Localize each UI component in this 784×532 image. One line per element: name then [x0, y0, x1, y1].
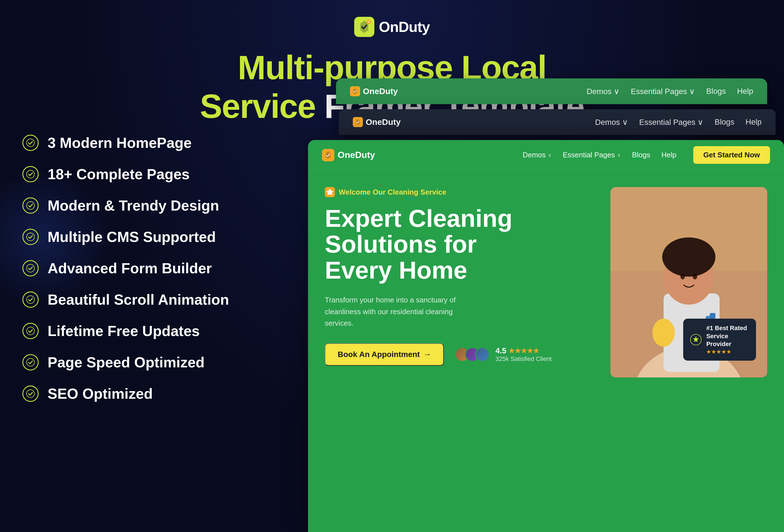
avatar-3: [475, 347, 490, 362]
check-circle-2: [22, 166, 39, 182]
rating-score: 4.5 ★★★★★: [495, 346, 552, 355]
browser-2-link-demos[interactable]: Demos ∨: [595, 118, 628, 127]
browser-2-logo-icon: [353, 117, 363, 127]
best-rated-icon: [690, 333, 702, 346]
best-rated-text: #1 Best Rated Service Provider ★★★★★: [706, 324, 749, 355]
check-circle-3: [22, 197, 39, 214]
browser-main-nav: OneDuty Demos ∨ Essential Pages ∨ Blogs …: [308, 140, 784, 170]
main-nav-essential[interactable]: Essential Pages ∨: [563, 151, 621, 159]
hero-badge-text: Welcome Our Cleaning Service: [339, 188, 446, 197]
check-icon-4: [26, 233, 35, 241]
hero-section: Welcome Our Cleaning Service Expert Clea…: [308, 170, 784, 377]
feature-text-4: Multiple CMS Supported: [48, 228, 216, 245]
browser-2-link-blogs[interactable]: Blogs: [715, 118, 734, 127]
check-icon-6: [26, 296, 35, 304]
main-nav-logo-text: OneDuty: [338, 150, 375, 160]
page-content: OnDuty Multi-purpose Local Service Frame…: [0, 0, 784, 532]
header: OnDuty: [0, 0, 784, 37]
check-circle-5: [22, 260, 39, 276]
browser-mockup-1: OneDuty Demos ∨ Essential Pages ∨ Blogs …: [336, 78, 767, 104]
check-circle-4: [22, 229, 39, 245]
browser-1-link-demos[interactable]: Demos ∨: [587, 87, 619, 96]
feature-text-6: Beautiful Scroll Animation: [48, 291, 229, 308]
svg-point-21: [680, 274, 685, 279]
check-icon-9: [26, 390, 35, 398]
browser-mockup-2: OneDuty Demos ∨ Essential Pages ∨ Blogs …: [339, 109, 776, 135]
feature-item-6: Beautiful Scroll Animation: [22, 291, 229, 308]
hero-description: Transform your home into a sanctuary of …: [325, 294, 476, 329]
check-circle-8: [22, 354, 39, 370]
check-circle-9: [22, 386, 39, 402]
check-icon-3: [26, 201, 35, 210]
browser-1-logo-icon: [350, 86, 360, 96]
check-icon-7: [26, 327, 35, 335]
browser-1-logo: OneDuty: [350, 86, 398, 96]
feature-text-3: Modern & Trendy Design: [48, 197, 219, 214]
browser-2-nav: OneDuty Demos ∨ Essential Pages ∨ Blogs …: [339, 109, 776, 135]
hero-title-line2: Solutions for: [325, 231, 594, 257]
avatar-group: [455, 347, 490, 362]
main-nav-help[interactable]: Help: [661, 151, 676, 159]
hero-cta-row: Book An Appointment → 4.5: [325, 343, 594, 366]
browser-1-link-essential[interactable]: Essential Pages ∨: [631, 87, 695, 96]
rating-info: 4.5 ★★★★★ 325k Satisfied Client: [495, 346, 552, 363]
hero-title-line3: Every Home: [325, 257, 594, 283]
check-circle-7: [22, 323, 39, 339]
feature-text-9: SEO Optimized: [48, 385, 153, 402]
book-appointment-button[interactable]: Book An Appointment →: [325, 343, 444, 366]
check-circle-1: [22, 135, 39, 151]
check-icon-2: [26, 170, 35, 178]
best-rated-line1: #1 Best Rated: [706, 324, 749, 332]
social-proof: 4.5 ★★★★★ 325k Satisfied Client: [455, 346, 552, 363]
browser-2-link-essential[interactable]: Essential Pages ∨: [639, 118, 704, 127]
logo-text: OnDuty: [379, 19, 430, 35]
hero-left: Welcome Our Cleaning Service Expert Clea…: [325, 187, 594, 377]
main-nav-logo-icon: [322, 149, 334, 161]
check-icon-1: [26, 139, 35, 147]
svg-point-10: [27, 390, 34, 398]
svg-point-6: [27, 264, 34, 272]
main-nav-blogs[interactable]: Blogs: [632, 151, 650, 159]
browser-1-links: Demos ∨ Essential Pages ∨ Blogs Help: [587, 87, 753, 96]
check-circle-6: [22, 291, 39, 308]
hero-right: #1 Best Rated Service Provider ★★★★★: [610, 187, 767, 377]
arrow-icon: →: [423, 350, 431, 359]
hero-title: Expert Cleaning Solutions for Every Home: [325, 205, 594, 283]
svg-point-4: [27, 202, 34, 209]
svg-point-22: [693, 274, 697, 279]
svg-rect-26: [710, 313, 716, 319]
feature-item-3: Modern & Trendy Design: [22, 197, 229, 214]
browser-2-links: Demos ∨ Essential Pages ∨ Blogs Help: [595, 118, 762, 127]
feature-text-5: Advanced Form Builder: [48, 260, 212, 277]
best-rated-stars: ★★★★★: [706, 348, 749, 355]
check-icon-8: [26, 358, 35, 366]
browser-1-link-blogs[interactable]: Blogs: [706, 87, 726, 96]
feature-text-8: Page Speed Optimized: [48, 354, 205, 371]
main-nav-links: Demos ∨ Essential Pages ∨ Blogs Help Get…: [523, 146, 770, 164]
browser-2-logo: OneDuty: [353, 117, 401, 127]
feature-text-7: Lifetime Free Updates: [48, 323, 200, 339]
browser-2-logo-text: OneDuty: [366, 117, 401, 127]
browser-2-link-help[interactable]: Help: [745, 118, 762, 127]
mockup-area: OneDuty Demos ∨ Essential Pages ∨ Blogs …: [308, 78, 784, 532]
browser-main: OneDuty Demos ∨ Essential Pages ∨ Blogs …: [308, 140, 784, 532]
rating-label: 325k Satisfied Client: [495, 355, 552, 363]
check-icon-5: [26, 264, 35, 273]
get-started-button[interactable]: Get Started Now: [693, 146, 770, 164]
title-green: Service: [200, 87, 315, 125]
svg-point-20: [662, 237, 716, 277]
feature-text-1: 3 Modern HomePage: [48, 134, 192, 151]
feature-item-1: 3 Modern HomePage: [22, 134, 229, 151]
main-nav-demos[interactable]: Demos ∨: [523, 151, 551, 159]
features-list: 3 Modern HomePage 18+ Complete Pages Mod…: [22, 134, 229, 402]
svg-point-23: [652, 319, 675, 347]
hero-title-line1: Expert Cleaning: [325, 205, 594, 231]
best-rated-line2: Service Provider: [706, 332, 749, 348]
feature-item-2: 18+ Complete Pages: [22, 166, 229, 183]
feature-item-4: Multiple CMS Supported: [22, 228, 229, 245]
hero-badge: Welcome Our Cleaning Service: [325, 187, 594, 197]
svg-point-7: [27, 296, 34, 304]
browser-1-link-help[interactable]: Help: [737, 87, 753, 96]
feature-item-8: Page Speed Optimized: [22, 354, 229, 371]
feature-text-2: 18+ Complete Pages: [48, 166, 190, 183]
